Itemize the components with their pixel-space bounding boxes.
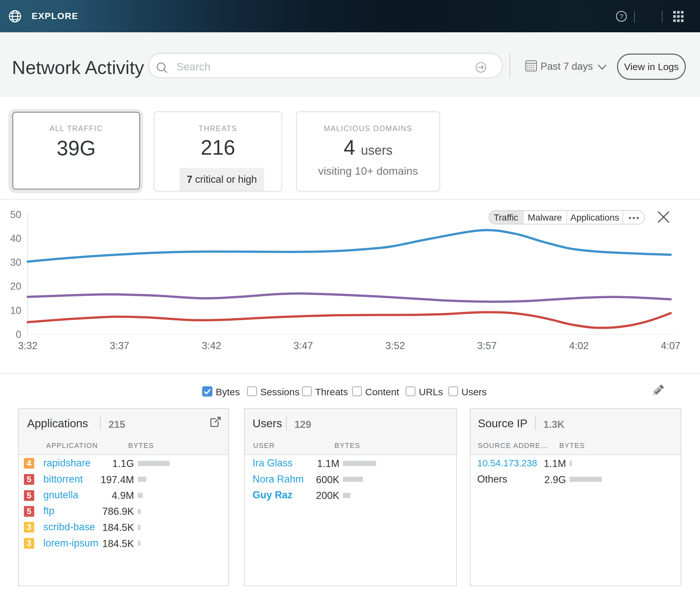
svg-text:?: ? (620, 13, 624, 20)
